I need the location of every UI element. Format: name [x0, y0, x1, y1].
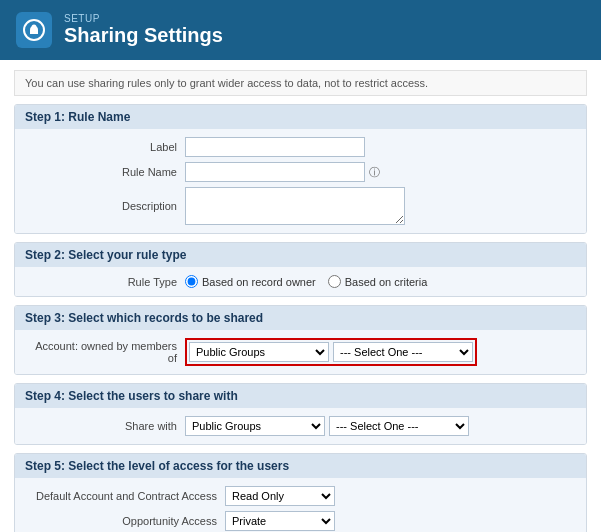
radio-record-owner[interactable]: Based on record owner: [185, 275, 316, 288]
opportunity-select[interactable]: Private Read Only Read/Write: [225, 511, 335, 531]
step4-section: Step 4: Select the users to share with S…: [14, 383, 587, 445]
step4-header: Step 4: Select the users to share with: [15, 384, 586, 408]
step2-body: Rule Type Based on record owner Based on…: [15, 267, 586, 296]
radio-criteria-label: Based on criteria: [345, 276, 428, 288]
step4-select2[interactable]: --- Select One ---: [329, 416, 469, 436]
step5-body: Default Account and Contract Access Read…: [15, 478, 586, 532]
step3-select-group: Public Groups Roles Roles and Subordinat…: [185, 338, 477, 366]
radio-record-owner-label: Based on record owner: [202, 276, 316, 288]
step4-row: Share with Public Groups Roles Roles and…: [25, 416, 576, 436]
rule-type-row: Rule Type Based on record owner Based on…: [25, 275, 576, 288]
header-text: SETUP Sharing Settings: [64, 13, 223, 47]
step2-section: Step 2: Select your rule type Rule Type …: [14, 242, 587, 297]
step4-select-group: Public Groups Roles Roles and Subordinat…: [185, 416, 469, 436]
step5-header: Step 5: Select the level of access for t…: [15, 454, 586, 478]
rule-name-hint: ⓘ: [369, 165, 380, 180]
label-input[interactable]: [185, 137, 365, 157]
step5-section: Step 5: Select the level of access for t…: [14, 453, 587, 532]
default-account-select[interactable]: Read Only Read/Write: [225, 486, 335, 506]
description-input[interactable]: [185, 187, 405, 225]
opportunity-row: Opportunity Access Private Read Only Rea…: [25, 511, 576, 531]
page-header: SETUP Sharing Settings: [0, 0, 601, 60]
step1-body: Label Rule Name ⓘ Description: [15, 129, 586, 233]
description-label: Description: [25, 200, 185, 212]
setup-label: SETUP: [64, 13, 223, 24]
main-content: You can use sharing rules only to grant …: [0, 60, 601, 532]
svg-point-1: [32, 25, 37, 30]
header-icon: [16, 12, 52, 48]
step3-header: Step 3: Select which records to be share…: [15, 306, 586, 330]
description-row: Description: [25, 187, 576, 225]
share-with-label: Share with: [25, 420, 185, 432]
rule-type-label: Rule Type: [25, 276, 185, 288]
step4-select1[interactable]: Public Groups Roles Roles and Subordinat…: [185, 416, 325, 436]
step3-row: Account: owned by members of Public Grou…: [25, 338, 576, 366]
rule-name-input[interactable]: [185, 162, 365, 182]
page-title: Sharing Settings: [64, 24, 223, 47]
step4-body: Share with Public Groups Roles Roles and…: [15, 408, 586, 444]
opportunity-label: Opportunity Access: [25, 515, 225, 527]
step1-header: Step 1: Rule Name: [15, 105, 586, 129]
default-account-row: Default Account and Contract Access Read…: [25, 486, 576, 506]
rule-name-row: Rule Name ⓘ: [25, 162, 576, 182]
step2-header: Step 2: Select your rule type: [15, 243, 586, 267]
info-bar: You can use sharing rules only to grant …: [14, 70, 587, 96]
step3-section: Step 3: Select which records to be share…: [14, 305, 587, 375]
label-field-label: Label: [25, 141, 185, 153]
step1-section: Step 1: Rule Name Label Rule Name ⓘ Desc…: [14, 104, 587, 234]
radio-criteria[interactable]: Based on criteria: [328, 275, 428, 288]
step3-body: Account: owned by members of Public Grou…: [15, 330, 586, 374]
rule-type-radio-group: Based on record owner Based on criteria: [185, 275, 427, 288]
step3-row-label: Account: owned by members of: [25, 340, 185, 364]
step3-select1[interactable]: Public Groups Roles Roles and Subordinat…: [189, 342, 329, 362]
step3-select2[interactable]: --- Select One ---: [333, 342, 473, 362]
default-account-label: Default Account and Contract Access: [25, 490, 225, 502]
radio-criteria-input[interactable]: [328, 275, 341, 288]
label-row: Label: [25, 137, 576, 157]
rule-name-label: Rule Name: [25, 166, 185, 178]
radio-record-owner-input[interactable]: [185, 275, 198, 288]
